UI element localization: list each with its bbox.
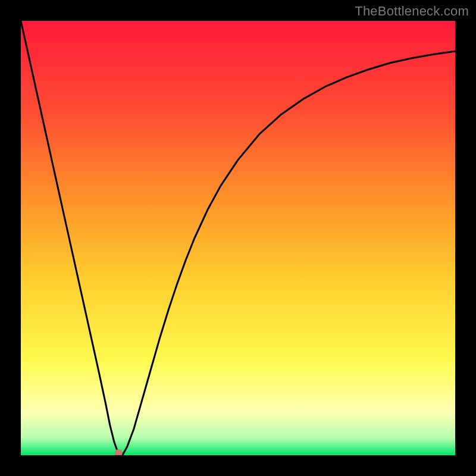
chart-svg	[21, 21, 455, 455]
chart-frame: TheBottleneck.com	[0, 0, 476, 476]
plot-area	[21, 21, 455, 455]
watermark-text: TheBottleneck.com	[355, 4, 469, 19]
gradient-background	[21, 21, 455, 455]
